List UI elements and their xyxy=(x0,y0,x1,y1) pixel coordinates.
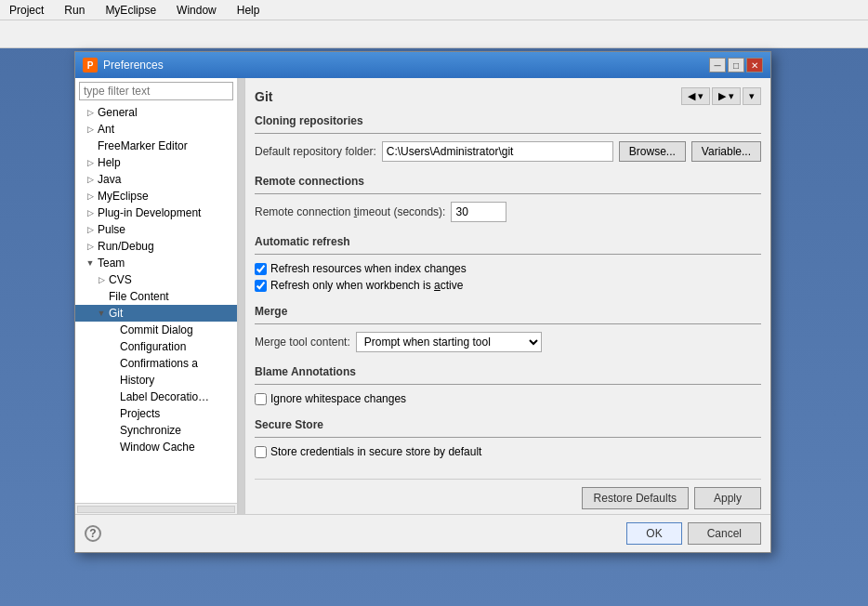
checkbox-row-whitespace: Ignore whitespace changes xyxy=(255,392,761,405)
expand-icon-myeclipse: ▷ xyxy=(85,191,96,202)
cancel-button[interactable]: Cancel xyxy=(688,522,761,545)
section-header-remote: Remote connections xyxy=(255,175,761,188)
tree-item-labeldecorations[interactable]: Label Decoratio… xyxy=(75,389,237,405)
section-header-autorefresh: Automatic refresh xyxy=(255,235,761,248)
merge-tool-select[interactable]: Prompt when starting tool Use HEAD Use S… xyxy=(356,332,542,352)
tree-item-team[interactable]: ▼ Team xyxy=(75,255,237,271)
tree-label-myeclipse: MyEclipse xyxy=(98,190,149,203)
tree-label-configuration: Configuration xyxy=(120,340,186,353)
checkbox-index-label[interactable]: Refresh resources when index changes xyxy=(270,262,467,275)
tree-label-ant: Ant xyxy=(98,123,114,136)
expand-icon-git: ▼ xyxy=(96,308,107,319)
tree-label-git: Git xyxy=(109,307,123,320)
filter-input[interactable] xyxy=(79,82,233,100)
minimize-button[interactable]: ─ xyxy=(709,58,726,72)
section-header-cloning: Cloning repositories xyxy=(255,114,761,127)
dialog-body: ▷ General ▷ Ant xyxy=(75,78,770,514)
dropdown-row-merge: Merge tool content: Prompt when starting… xyxy=(255,332,761,352)
checkbox-credentials[interactable] xyxy=(255,446,267,458)
hscroll-track[interactable] xyxy=(77,506,235,513)
checkbox-credentials-label[interactable]: Store credentials in secure store by def… xyxy=(270,445,481,458)
expand-icon-general: ▷ xyxy=(85,107,96,118)
horizontal-scrollbar[interactable] xyxy=(75,503,237,514)
checkbox-row-credentials: Store credentials in secure store by def… xyxy=(255,445,761,458)
checkbox-workbench-label[interactable]: Refresh only when workbench is active xyxy=(270,279,463,292)
nav-forward-button[interactable]: ▶ ▾ xyxy=(712,87,741,105)
ok-button[interactable]: OK xyxy=(626,522,681,545)
tree-label-projects: Projects xyxy=(120,407,160,420)
expand-icon-pulse: ▷ xyxy=(85,224,96,235)
tree-item-freemarker[interactable]: FreeMarker Editor xyxy=(75,138,237,154)
section-merge: Merge Merge tool content: Prompt when st… xyxy=(255,305,761,356)
tree-item-ant[interactable]: ▷ Ant xyxy=(75,121,237,138)
checkbox-workbench[interactable] xyxy=(255,280,267,292)
section-header-merge: Merge xyxy=(255,305,761,318)
menu-help[interactable]: Help xyxy=(231,2,266,19)
separator-blame xyxy=(255,384,761,385)
tree-item-confirmations[interactable]: Confirmations a xyxy=(75,355,237,372)
menu-window[interactable]: Window xyxy=(171,2,222,19)
footer-right: OK Cancel xyxy=(626,522,761,545)
tree-item-cvs[interactable]: ▷ CVS xyxy=(75,271,237,288)
checkbox-row-index: Refresh resources when index changes xyxy=(255,262,761,275)
expand-icon-rundebug: ▷ xyxy=(85,241,96,252)
tree-item-configuration[interactable]: Configuration xyxy=(75,338,237,355)
timeout-input[interactable] xyxy=(451,202,506,222)
tree-item-plugin[interactable]: ▷ Plug-in Development xyxy=(75,204,237,221)
dialog-title-text: Preferences xyxy=(103,59,164,72)
checkbox-whitespace-label[interactable]: Ignore whitespace changes xyxy=(270,392,406,405)
tree-item-rundebug[interactable]: ▷ Run/Debug xyxy=(75,238,237,255)
tree-label-labeldecorations: Label Decoratio… xyxy=(120,390,209,403)
dialog-footer: ? OK Cancel xyxy=(75,514,770,552)
separator-autorefresh xyxy=(255,254,761,255)
left-panel: ▷ General ▷ Ant xyxy=(75,78,238,514)
tree-item-commitdialog[interactable]: Commit Dialog xyxy=(75,322,237,338)
resize-handle[interactable] xyxy=(238,78,245,514)
nav-buttons: ◀ ▾ ▶ ▾ ▾ xyxy=(681,87,761,105)
section-remote: Remote connections Remote connection tim… xyxy=(255,175,761,226)
menu-run[interactable]: Run xyxy=(59,2,90,19)
separator-merge xyxy=(255,323,761,324)
expand-icon-team: ▼ xyxy=(85,257,96,269)
tree-item-synchronize[interactable]: Synchronize xyxy=(75,422,237,439)
repo-input[interactable] xyxy=(382,141,613,162)
menu-bar: Project Run MyEclipse Window Help xyxy=(0,0,868,20)
section-blame: Blame Annotations Ignore whitespace chan… xyxy=(255,365,761,409)
dialog-titlebar: P Preferences ─ □ ✕ xyxy=(75,52,770,78)
help-icon[interactable]: ? xyxy=(85,525,101,542)
tree-item-filecontent[interactable]: File Content xyxy=(75,288,237,305)
merge-tool-label: Merge tool content: xyxy=(255,336,350,349)
apply-button[interactable]: Apply xyxy=(694,487,761,509)
repo-label: Default repository folder: xyxy=(255,145,376,158)
tree-item-myeclipse[interactable]: ▷ MyEclipse xyxy=(75,188,237,204)
maximize-button[interactable]: □ xyxy=(728,58,744,72)
expand-icon-ant: ▷ xyxy=(85,124,96,135)
tree-label-pulse: Pulse xyxy=(98,223,125,236)
checkbox-whitespace[interactable] xyxy=(255,393,267,405)
nav-back-button[interactable]: ◀ ▾ xyxy=(681,87,710,105)
tree-item-java[interactable]: ▷ Java xyxy=(75,171,237,188)
menu-project[interactable]: Project xyxy=(4,2,49,19)
tree-item-pulse[interactable]: ▷ Pulse xyxy=(75,221,237,238)
tree-item-windowcache[interactable]: Window Cache xyxy=(75,439,237,455)
section-header-blame: Blame Annotations xyxy=(255,365,761,378)
form-row-repo: Default repository folder: Browse... Var… xyxy=(255,141,761,162)
tree-item-history[interactable]: History xyxy=(75,372,237,389)
tree-item-git[interactable]: ▼ Git xyxy=(75,305,237,322)
separator-remote xyxy=(255,193,761,194)
restore-defaults-button[interactable]: Restore Defaults xyxy=(582,487,689,509)
tree-item-projects[interactable]: Projects xyxy=(75,405,237,422)
tree-label-team: Team xyxy=(98,257,125,270)
expand-icon-help: ▷ xyxy=(85,157,96,168)
browse-button[interactable]: Browse... xyxy=(619,141,686,162)
footer-left: ? xyxy=(85,525,101,542)
close-button[interactable]: ✕ xyxy=(746,58,763,72)
section-autorefresh: Automatic refresh Refresh resources when… xyxy=(255,235,761,296)
nav-dropdown-button[interactable]: ▾ xyxy=(743,87,761,105)
tree-item-general[interactable]: ▷ General xyxy=(75,104,237,121)
form-row-timeout: Remote connection timeout (seconds): xyxy=(255,202,761,222)
variable-button[interactable]: Variable... xyxy=(691,141,761,162)
checkbox-index[interactable] xyxy=(255,263,267,275)
menu-myeclipse[interactable]: MyEclipse xyxy=(99,2,162,19)
tree-item-help[interactable]: ▷ Help xyxy=(75,154,237,171)
